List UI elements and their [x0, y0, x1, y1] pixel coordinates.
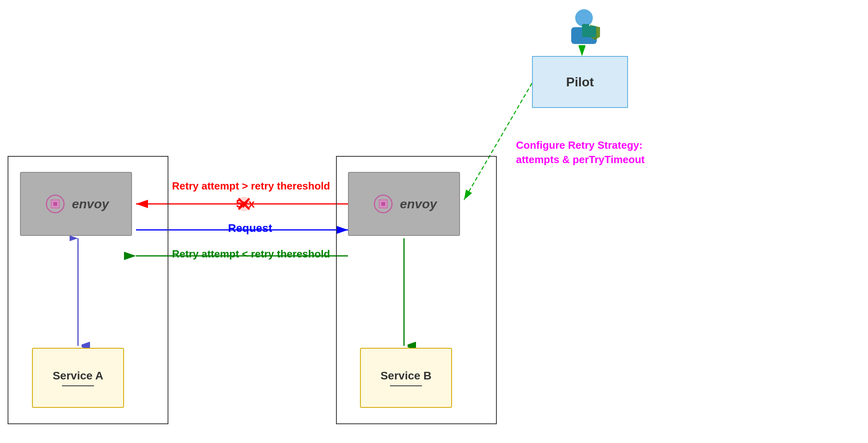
envoy-b-label: envoy — [400, 197, 437, 212]
service-a-underline — [62, 385, 94, 386]
service-a-text: Service A — [53, 369, 104, 382]
service-a-label-box: Service A — [32, 348, 124, 408]
user-icon — [560, 4, 608, 52]
envoy-b-box: envoy — [348, 172, 460, 236]
configure-label: Configure Retry Strategy:attempts & perT… — [516, 138, 645, 167]
request-label: Request — [228, 222, 272, 235]
user-icon-area — [560, 4, 608, 52]
envoy-a-box: envoy — [20, 172, 132, 236]
configure-text: Configure Retry Strategy:attempts & perT… — [516, 139, 645, 166]
retry-above-label: Retry attempt > retry thereshold — [172, 180, 330, 192]
envoy-b-icon — [371, 192, 395, 216]
5xx-label: 5xx — [236, 198, 255, 210]
service-b-label-box: Service B — [360, 348, 452, 408]
svg-rect-27 — [582, 26, 596, 37]
envoy-a-label: envoy — [72, 197, 109, 212]
diagram-container: envoy envoy Service A Service B Pilot — [0, 0, 868, 443]
svg-rect-19 — [53, 202, 57, 206]
service-b-text: Service B — [380, 369, 432, 382]
pilot-label: Pilot — [566, 75, 594, 90]
pilot-box: Pilot — [532, 56, 628, 108]
envoy-a-icon — [43, 192, 67, 216]
svg-rect-28 — [582, 24, 589, 27]
retry-below-label: Retry attempt < retry thereshold — [172, 248, 330, 260]
service-b-underline — [390, 385, 422, 386]
svg-rect-23 — [381, 202, 385, 206]
